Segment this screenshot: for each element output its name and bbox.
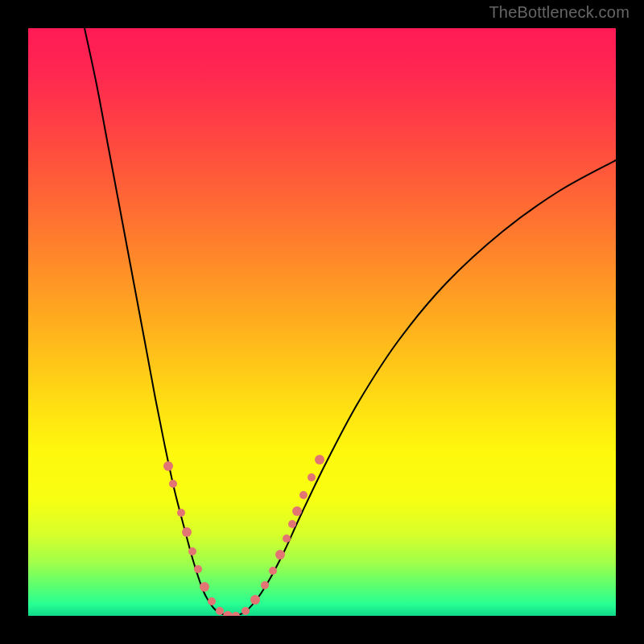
curve-left-branch xyxy=(85,28,233,616)
curve-layer xyxy=(28,28,616,616)
marker-point xyxy=(269,567,277,575)
marker-point xyxy=(288,520,296,528)
marker-point xyxy=(208,597,216,605)
marker-point xyxy=(315,455,324,464)
marker-point xyxy=(242,607,250,615)
marker-point xyxy=(299,491,308,499)
watermark-text: TheBottleneck.com xyxy=(489,3,630,22)
marker-point xyxy=(232,612,240,616)
marker-point xyxy=(283,535,291,543)
marker-point xyxy=(261,581,269,589)
marker-point xyxy=(223,611,233,616)
marker-point xyxy=(194,565,202,573)
marker-point xyxy=(216,607,224,615)
marker-point xyxy=(169,480,177,488)
curve-right-branch xyxy=(233,160,616,616)
marker-point xyxy=(163,461,173,471)
plot-area xyxy=(28,28,616,616)
marker-point xyxy=(250,595,260,605)
marker-point xyxy=(182,527,192,537)
marker-point xyxy=(200,582,209,592)
marker-point xyxy=(177,509,185,517)
marker-point xyxy=(308,473,316,481)
marker-point xyxy=(292,506,302,516)
marker-point xyxy=(188,547,196,555)
chart-container: TheBottleneck.com xyxy=(0,0,644,644)
marker-point xyxy=(275,550,285,559)
